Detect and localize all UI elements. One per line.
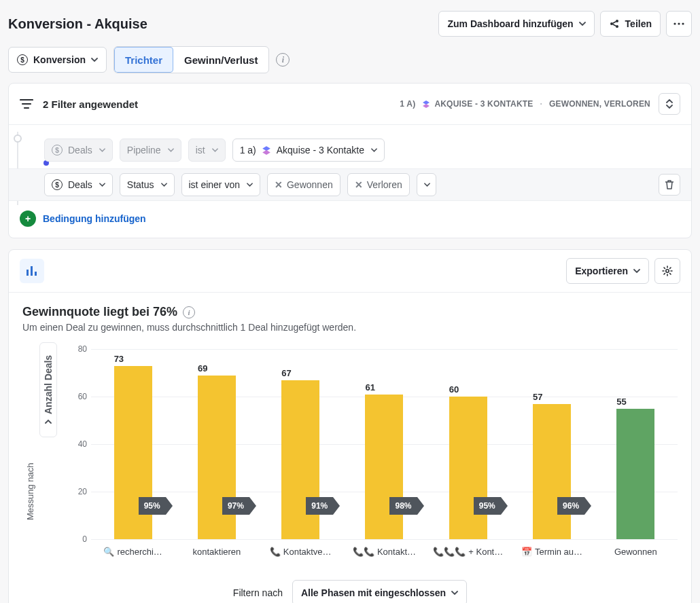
- grid-line: [91, 539, 678, 540]
- delete-row-button[interactable]: [659, 174, 680, 196]
- chart-subtitle: Um einen Deal zu gewinnen, muss durchsch…: [22, 322, 678, 333]
- tab-gewinn-verlust[interactable]: Gewinn/Verlust: [173, 47, 268, 73]
- bar-value-label: 55: [616, 397, 626, 407]
- phase-filter-select[interactable]: Alle Phasen mit eingeschlossen: [292, 580, 467, 603]
- chart-title: Gewinnquote liegt bei 76%: [22, 305, 177, 319]
- bar-value-label: 67: [281, 368, 291, 378]
- chart-plot: 020406080 7395%6997%6791%6198%6095%5796%…: [64, 342, 678, 553]
- bar-column: 5796%: [510, 349, 593, 539]
- chart-type-badge[interactable]: [20, 259, 44, 283]
- entity-chip[interactable]: $ Deals: [44, 139, 113, 162]
- conversion-arrow: 95%: [474, 497, 501, 515]
- bar-column: 6997%: [175, 349, 258, 539]
- chart-bar[interactable]: 67: [281, 380, 319, 540]
- chart-bar[interactable]: 61: [365, 395, 403, 540]
- chart-area: Messung nach Anzahl Deals 020406080 7395…: [22, 342, 678, 553]
- x-axis-label: 🔍recherchi…: [91, 547, 175, 557]
- filter-summary-prefix: 1 A): [400, 99, 415, 109]
- chart-header: Exportieren: [9, 250, 691, 293]
- chart-bar[interactable]: 60: [449, 397, 487, 539]
- chart-bar[interactable]: 57: [533, 404, 571, 540]
- y-axis-label[interactable]: Anzahl Deals: [39, 342, 57, 437]
- add-to-dashboard-label: Zum Dashboard hinzufügen: [447, 18, 573, 29]
- value-tag-verloren[interactable]: ✕ Verloren: [347, 173, 410, 196]
- value-tag-gewonnen[interactable]: ✕ Gewonnen: [267, 173, 340, 196]
- value-chip[interactable]: 1 a) Akquise - 3 Kontakte: [232, 139, 385, 162]
- category-icon: 🔍: [103, 547, 114, 557]
- field-chip[interactable]: Status: [120, 173, 175, 196]
- y-tick-label: 60: [64, 392, 87, 401]
- chevron-down-icon: [212, 148, 218, 152]
- chevron-right-icon: [45, 419, 52, 424]
- conversion-arrow: 97%: [222, 497, 249, 515]
- filter-row: $ Deals Status ist einer von ✕ Gewonnen …: [9, 168, 691, 201]
- conversion-arrow: 91%: [306, 497, 333, 515]
- dollar-icon: $: [17, 54, 28, 65]
- add-to-dashboard-button[interactable]: Zum Dashboard hinzufügen: [438, 11, 594, 37]
- field-chip[interactable]: Pipeline: [120, 139, 181, 162]
- x-axis-label: 📞Kontaktve…: [259, 547, 343, 557]
- gear-icon: [662, 266, 673, 276]
- y-tick-label: 40: [64, 439, 87, 449]
- footer-filter-label: Filtern nach: [233, 587, 283, 598]
- chart-bar[interactable]: 55: [616, 409, 654, 540]
- dollar-icon: $: [52, 179, 63, 190]
- filter-card: 2 Filter angewendet 1 A) AKQUISE - 3 KON…: [8, 83, 692, 238]
- conversion-value: 95%: [139, 497, 166, 515]
- chart-footer: Filtern nach Alle Phasen mit eingeschlos…: [22, 580, 678, 603]
- collapse-filters-button[interactable]: [659, 93, 680, 115]
- plus-icon[interactable]: +: [20, 211, 36, 227]
- chevron-down-icon: [168, 148, 174, 152]
- bar-column: 6198%: [343, 349, 426, 539]
- entity-chip[interactable]: $ Deals: [44, 173, 113, 196]
- svg-point-5: [682, 22, 684, 24]
- share-button[interactable]: Teilen: [600, 11, 661, 37]
- y-tick-label: 20: [64, 487, 87, 496]
- chevron-down-icon: [91, 58, 98, 62]
- svg-point-3: [673, 22, 676, 24]
- filter-body: $ Deals Pipeline ist 1 a) Akquise - 3 Ko…: [9, 125, 691, 238]
- page-header: Konversion - Akquise Zum Dashboard hinzu…: [8, 5, 692, 42]
- bar-column: 6095%: [426, 349, 510, 539]
- conversion-arrow: 98%: [389, 497, 417, 515]
- remove-tag-icon[interactable]: ✕: [355, 179, 363, 190]
- konversion-dropdown[interactable]: $ Konversion: [8, 47, 107, 73]
- share-label: Teilen: [625, 18, 652, 29]
- operator-chip[interactable]: ist einer von: [181, 173, 260, 196]
- filter-summary-pipeline: AKQUISE - 3 KONTAKTE: [422, 99, 533, 109]
- svg-rect-6: [27, 270, 29, 276]
- export-button[interactable]: Exportieren: [566, 258, 649, 284]
- measure-axis-label: Messung nach: [22, 431, 38, 553]
- category-icon: 📞📞📞: [433, 547, 466, 557]
- y-tick-label: 0: [64, 534, 87, 544]
- x-axis-label: 📞📞Kontakt…: [343, 547, 426, 557]
- dollar-icon: $: [52, 145, 63, 156]
- add-condition-button[interactable]: Bedingung hinzufügen: [43, 213, 146, 224]
- chart-bars: 7395%6997%6791%6198%6095%5796%55: [91, 349, 678, 539]
- filter-header-left: 2 Filter angewendet: [20, 98, 138, 110]
- bar-value-label: 69: [198, 363, 207, 373]
- filters-applied-label: 2 Filter angewendet: [43, 98, 138, 110]
- svg-point-4: [678, 22, 680, 24]
- view-segmented: Trichter Gewinn/Verlust: [113, 46, 269, 73]
- chart-settings-button[interactable]: [654, 258, 680, 284]
- tab-trichter[interactable]: Trichter: [114, 47, 173, 73]
- remove-tag-icon[interactable]: ✕: [275, 179, 283, 190]
- filter-header: 2 Filter angewendet 1 A) AKQUISE - 3 KON…: [9, 84, 691, 125]
- chevron-down-icon: [99, 183, 105, 187]
- bar-column: 7395%: [91, 349, 175, 539]
- y-tick-label: 80: [64, 344, 87, 354]
- more-actions-button[interactable]: [666, 11, 692, 37]
- info-icon[interactable]: i: [276, 53, 290, 67]
- add-condition-row: + Bedingung hinzufügen: [20, 204, 680, 227]
- chart-card: Exportieren Gewinnquote liegt bei 76% i …: [8, 249, 692, 603]
- chevron-down-icon: [451, 591, 458, 595]
- chevron-down-icon: [99, 148, 105, 152]
- info-icon[interactable]: i: [183, 306, 195, 318]
- page-title: Konversion - Akquise: [8, 16, 147, 32]
- operator-chip[interactable]: ist: [188, 139, 226, 162]
- value-add-chip[interactable]: [417, 173, 436, 196]
- filter-row: $ Deals Pipeline ist 1 a) Akquise - 3 Ko…: [20, 134, 680, 166]
- conversion-value: 91%: [306, 497, 333, 515]
- x-axis-label: kontaktieren: [175, 547, 258, 557]
